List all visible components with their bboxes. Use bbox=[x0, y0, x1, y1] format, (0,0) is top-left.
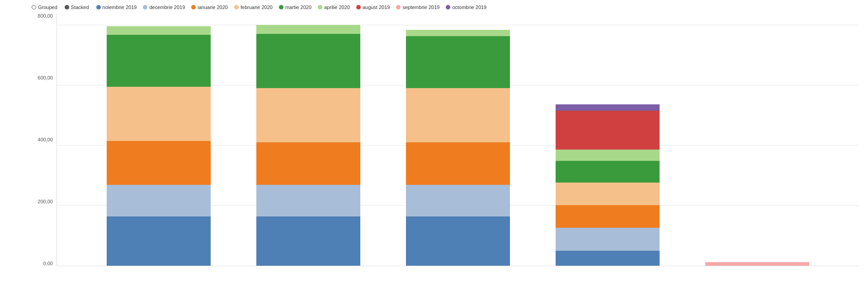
bar-segment-3-4 bbox=[406, 36, 510, 88]
martie2020-label: martie 2020 bbox=[285, 5, 311, 10]
bar-group-2 bbox=[234, 25, 383, 266]
bar-segment-4-3 bbox=[556, 183, 660, 205]
legend-items: noiembrie 2019decembrie 2019ianuarie 202… bbox=[96, 5, 487, 10]
bar-group-3 bbox=[383, 30, 533, 266]
stacked-bar-2[interactable] bbox=[256, 25, 360, 266]
chart-area: 0,00 200,00 400,00 600,00 800,00 bbox=[32, 14, 859, 280]
legend-item-decembrie2019[interactable]: decembrie 2019 bbox=[143, 5, 185, 10]
legend-item-august2019[interactable]: august 2019 bbox=[356, 5, 390, 10]
x-label-1 bbox=[57, 266, 217, 280]
bar-segment-2-5 bbox=[256, 25, 360, 34]
legend-stacked[interactable]: Stacked bbox=[65, 5, 89, 10]
noiembrie2019-icon bbox=[96, 5, 101, 9]
chart-legend: Grouped Stacked noiembrie 2019decembrie … bbox=[32, 5, 859, 10]
bar-segment-4-5 bbox=[556, 150, 660, 161]
septembrie2019-label: septembrie 2019 bbox=[402, 5, 439, 10]
x-axis bbox=[57, 266, 859, 280]
septembrie2019-icon bbox=[396, 5, 401, 9]
y-axis: 0,00 200,00 400,00 600,00 800,00 bbox=[32, 14, 57, 266]
bar-segment-4-2 bbox=[556, 205, 660, 228]
legend-item-ianuarie2020[interactable]: ianuarie 2020 bbox=[191, 5, 228, 10]
legend-item-februarie2020[interactable]: februarie 2020 bbox=[234, 5, 273, 10]
aprilie2020-icon bbox=[318, 5, 322, 9]
y-label-600: 600,00 bbox=[38, 75, 53, 80]
y-label-0: 0,00 bbox=[43, 261, 53, 266]
ianuarie2020-label: ianuarie 2020 bbox=[198, 5, 228, 10]
bar-group-1 bbox=[84, 26, 234, 266]
bar-segment-1-2 bbox=[107, 141, 211, 185]
bar-segment-1-3 bbox=[107, 87, 211, 141]
y-label-800: 800,00 bbox=[38, 14, 53, 19]
stacked-bar-3[interactable] bbox=[406, 30, 510, 266]
x-label-2 bbox=[217, 266, 377, 280]
stacked-icon bbox=[65, 5, 69, 9]
legend-item-martie2020[interactable]: martie 2020 bbox=[279, 5, 311, 10]
octombrie2019-label: octombrie 2019 bbox=[452, 5, 486, 10]
stacked-bar-4[interactable] bbox=[556, 104, 660, 266]
stacked-bar-1[interactable] bbox=[107, 26, 211, 266]
chart-container: Grouped Stacked noiembrie 2019decembrie … bbox=[0, 0, 868, 305]
bar-group-5 bbox=[682, 262, 832, 266]
stacked-label: Stacked bbox=[71, 5, 89, 10]
bar-segment-1-4 bbox=[107, 35, 211, 86]
bar-segment-2-0 bbox=[256, 216, 360, 266]
decembrie2019-label: decembrie 2019 bbox=[149, 5, 185, 10]
bar-segment-2-1 bbox=[256, 185, 360, 216]
legend-item-aprilie2020[interactable]: aprilie 2020 bbox=[318, 5, 350, 10]
bar-segment-3-0 bbox=[406, 216, 510, 266]
martie2020-icon bbox=[279, 5, 283, 9]
y-label-200: 200,00 bbox=[38, 199, 53, 204]
bars-wrapper bbox=[57, 14, 859, 266]
plot-area bbox=[57, 14, 859, 266]
decembrie2019-icon bbox=[143, 5, 147, 9]
noiembrie2019-label: noiembrie 2019 bbox=[103, 5, 137, 10]
ianuarie2020-icon bbox=[191, 5, 196, 9]
august2019-icon bbox=[356, 5, 361, 9]
august2019-label: august 2019 bbox=[363, 5, 390, 10]
bar-segment-1-1 bbox=[107, 185, 211, 216]
bar-segment-3-5 bbox=[406, 30, 510, 36]
x-label-4 bbox=[538, 266, 698, 280]
x-label-3 bbox=[377, 266, 538, 280]
bar-segment-5-0 bbox=[705, 262, 809, 266]
legend-grouped[interactable]: Grouped bbox=[32, 5, 57, 10]
februarie2020-label: februarie 2020 bbox=[241, 5, 273, 10]
legend-item-noiembrie2019[interactable]: noiembrie 2019 bbox=[96, 5, 137, 10]
bar-segment-3-1 bbox=[406, 185, 510, 216]
stacked-bar-5[interactable] bbox=[705, 262, 809, 266]
bar-segment-4-6 bbox=[556, 111, 660, 150]
bar-segment-4-7 bbox=[556, 104, 660, 111]
x-label-5 bbox=[698, 266, 859, 280]
legend-item-octombrie2019[interactable]: octombrie 2019 bbox=[446, 5, 486, 10]
legend-item-septembrie2019[interactable]: septembrie 2019 bbox=[396, 5, 439, 10]
bar-segment-1-0 bbox=[107, 216, 211, 266]
bar-group-4 bbox=[533, 104, 682, 266]
bar-segment-2-3 bbox=[256, 88, 360, 142]
bar-segment-2-2 bbox=[256, 142, 360, 185]
bar-segment-4-0 bbox=[556, 251, 660, 266]
bar-segment-2-4 bbox=[256, 34, 360, 88]
februarie2020-icon bbox=[234, 5, 239, 9]
bar-segment-1-5 bbox=[107, 26, 211, 35]
bar-segment-3-2 bbox=[406, 142, 510, 185]
bar-segment-3-3 bbox=[406, 88, 510, 142]
bar-segment-4-4 bbox=[556, 161, 660, 182]
octombrie2019-icon bbox=[446, 5, 450, 9]
grouped-label: Grouped bbox=[38, 5, 57, 10]
aprilie2020-label: aprilie 2020 bbox=[324, 5, 350, 10]
grouped-icon bbox=[32, 5, 36, 9]
y-label-400: 400,00 bbox=[38, 137, 53, 142]
bar-segment-4-1 bbox=[556, 228, 660, 250]
